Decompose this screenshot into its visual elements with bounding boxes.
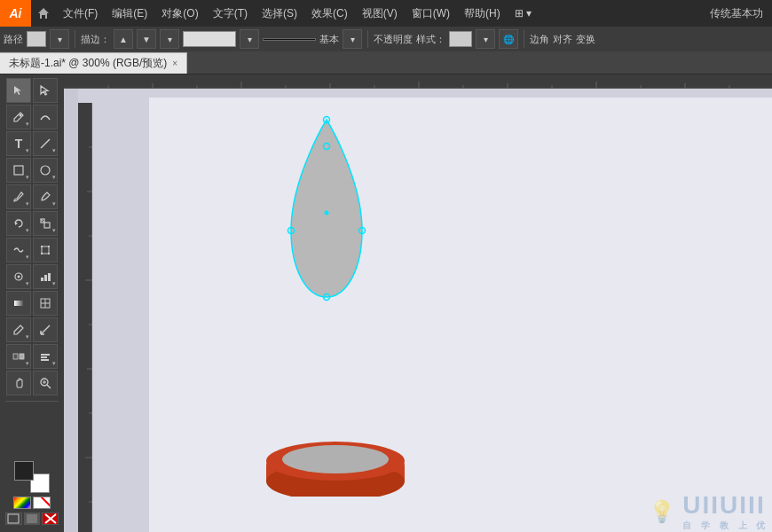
color-mode-swatch[interactable] — [13, 497, 31, 509]
drop-shape[interactable] — [278, 115, 375, 310]
tool-row-10: ▾ — [2, 317, 62, 342]
zoom-tool[interactable] — [33, 371, 58, 395]
svg-rect-26 — [20, 354, 24, 359]
svg-rect-2 — [14, 166, 23, 175]
svg-point-67 — [325, 211, 329, 215]
paintbrush-tool[interactable]: ▾ — [6, 184, 31, 209]
opacity-label: 不透明度 — [374, 33, 413, 46]
svg-rect-27 — [41, 354, 50, 356]
blend-tool[interactable]: ▾ — [6, 344, 31, 369]
tool-row-12 — [2, 371, 62, 395]
stroke-dropdown[interactable]: ▾ — [160, 29, 179, 49]
tool-row-1 — [2, 78, 62, 103]
fg-swatch[interactable] — [14, 461, 34, 481]
rect-tool[interactable]: ▾ — [6, 158, 31, 183]
align-label: 对齐 — [553, 33, 572, 46]
x-view[interactable] — [42, 512, 59, 525]
stroke-down[interactable]: ▼ — [137, 29, 156, 49]
style-dropdown[interactable]: ▾ — [476, 29, 495, 49]
none-swatch[interactable] — [33, 497, 51, 509]
hand-tool[interactable] — [6, 371, 31, 395]
corner-label: 边角 — [530, 33, 549, 46]
curvature-tool[interactable] — [33, 105, 58, 129]
style-swatch[interactable] — [449, 31, 472, 47]
column-graph-tool[interactable]: ▾ — [33, 264, 58, 289]
measure-tool[interactable] — [33, 317, 58, 342]
mesh-tool[interactable] — [33, 291, 58, 316]
stroke-color-dropdown[interactable]: ▾ — [240, 29, 259, 49]
svg-marker-4 — [15, 222, 18, 225]
svg-rect-8 — [42, 246, 49, 254]
menu-help[interactable]: 帮助(H) — [457, 0, 508, 27]
fill-view[interactable] — [24, 512, 41, 525]
symbol-tool[interactable]: ▾ — [6, 264, 31, 289]
direct-select-tool[interactable] — [33, 78, 58, 103]
ruler-top — [64, 74, 772, 89]
tool-divider — [5, 401, 59, 402]
pencil-tool[interactable]: ▾ — [33, 184, 58, 209]
menu-text[interactable]: 文字(T) — [206, 0, 255, 27]
traditional-btn[interactable]: 传统基本功 — [701, 0, 772, 27]
main-area: ▾ T ▾ ▾ ▾ ▾ — [0, 74, 772, 532]
fill-dropdown[interactable]: ▾ — [50, 29, 69, 49]
pen-tool[interactable]: ▾ — [6, 105, 31, 129]
type-tool[interactable]: T ▾ — [6, 131, 31, 156]
disc-shape[interactable] — [264, 426, 406, 497]
svg-point-0 — [20, 114, 22, 117]
svg-rect-18 — [14, 301, 23, 306]
basic-dropdown[interactable]: ▾ — [343, 29, 362, 49]
fill-swatch[interactable] — [27, 31, 46, 47]
menu-effect[interactable]: 效果(C) — [304, 0, 355, 27]
tool-row-11: ▾ ▾ — [2, 344, 62, 369]
select-tool[interactable] — [6, 78, 31, 103]
watermark: 💡 UIIUIII 自 学 教 上 优 质 网 — [649, 491, 772, 532]
document-tab[interactable]: 未标题-1.ai* @ 300% (RGB/预览) × — [0, 52, 187, 74]
bar-chart-tool[interactable]: ▾ — [33, 344, 58, 369]
stroke-label: 描边： — [81, 33, 110, 46]
menu-file[interactable]: 文件(F) — [56, 0, 105, 27]
tool-row-7: ▾ — [2, 238, 62, 262]
watermark-brand: UIIUIII — [682, 491, 772, 520]
stroke-up[interactable]: ▲ — [114, 29, 133, 49]
line-tool[interactable]: ▾ — [33, 131, 58, 156]
ellipse-tool[interactable]: ▾ — [33, 158, 58, 183]
menu-edit[interactable]: 编辑(E) — [105, 0, 154, 27]
gradient-tool[interactable] — [6, 291, 31, 316]
home-icon[interactable] — [31, 0, 56, 27]
tool-row-8: ▾ ▾ — [2, 264, 62, 289]
tab-close[interactable]: × — [172, 59, 177, 68]
ai-logo: Ai — [0, 0, 31, 27]
global-btn[interactable]: 🌐 — [499, 29, 518, 49]
svg-point-3 — [41, 166, 50, 175]
menu-view[interactable]: 视图(V) — [355, 0, 405, 27]
eyedropper-tool[interactable]: ▾ — [6, 317, 31, 342]
watermark-icon: 💡 — [649, 499, 675, 524]
menu-layout-icon[interactable]: ⊞ ▾ — [508, 0, 539, 27]
swatch-row — [5, 497, 59, 509]
outline-view[interactable] — [5, 512, 22, 525]
free-transform-tool[interactable] — [33, 238, 58, 262]
sep1 — [75, 30, 75, 48]
svg-rect-16 — [44, 275, 47, 281]
basic-label: 基本 — [319, 33, 339, 46]
svg-point-73 — [282, 445, 389, 473]
transform-label: 变换 — [576, 33, 595, 46]
svg-line-22 — [41, 325, 50, 334]
menu-items: 文件(F) 编辑(E) 对象(O) 文字(T) 选择(S) 效果(C) 视图(V… — [56, 0, 772, 27]
canvas-content: 💡 UIIUIII 自 学 教 上 优 质 网 — [78, 89, 772, 532]
svg-rect-9 — [41, 246, 43, 247]
sep3 — [524, 30, 524, 48]
warp-tool[interactable]: ▾ — [6, 238, 31, 262]
ruler-left — [78, 103, 92, 532]
svg-rect-34 — [8, 514, 19, 523]
art-canvas[interactable]: 💡 UIIUIII 自 学 教 上 优 质 网 — [149, 98, 772, 532]
tool-row-3: T ▾ ▾ — [2, 131, 62, 156]
scale-tool[interactable]: ▾ — [33, 211, 58, 236]
menu-object[interactable]: 对象(O) — [154, 0, 205, 27]
color-swatches — [2, 458, 62, 528]
rotate-tool[interactable]: ▾ — [6, 211, 31, 236]
menu-select[interactable]: 选择(S) — [255, 0, 304, 27]
stroke-color[interactable] — [183, 31, 236, 47]
menu-bar: Ai 文件(F) 编辑(E) 对象(O) 文字(T) 选择(S) 效果(C) 视… — [0, 0, 772, 27]
menu-window[interactable]: 窗口(W) — [405, 0, 457, 27]
